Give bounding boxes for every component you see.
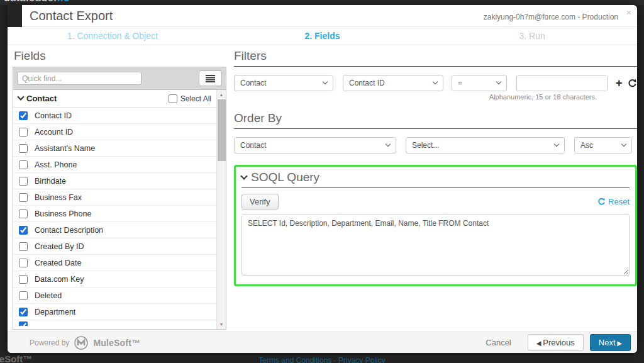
field-label: Asst. Phone (35, 160, 77, 169)
field-checkbox[interactable] (19, 259, 28, 267)
list-item[interactable]: Created By ID (13, 238, 216, 255)
filter-operator-select[interactable]: = (452, 75, 507, 91)
order-by-row: Contact Select... Asc (234, 137, 637, 154)
powered-by: Powered by MuleSoft™ (30, 335, 140, 350)
select-all-checkbox[interactable] (169, 94, 177, 103)
order-by-object-select[interactable]: Contact (234, 137, 396, 154)
chevron-down-icon (554, 142, 559, 147)
select-all-control[interactable]: Select All (169, 94, 211, 103)
order-by-field-select[interactable]: Select... (406, 137, 565, 154)
object-name[interactable]: Contact (18, 94, 57, 103)
field-label: Department (35, 308, 75, 316)
add-filter-button[interactable]: + (616, 77, 623, 89)
page-title: Contact Export (30, 9, 113, 23)
field-label: Birthdate (35, 177, 66, 186)
fields-list: Contact Select All Contact IDAccount IDA… (13, 90, 226, 329)
verify-button[interactable]: Verify (242, 194, 279, 209)
mulesoft-logo-icon (74, 335, 89, 350)
list-item[interactable]: Business Phone (13, 206, 216, 222)
field-checkbox[interactable] (19, 242, 28, 251)
object-header-row: Contact Select All (13, 90, 216, 108)
filter-object-select[interactable]: Contact (234, 75, 333, 91)
mulesoft-brand: MuleSoft™ (93, 338, 140, 348)
list-item[interactable]: Deleted (13, 288, 216, 304)
close-icon[interactable]: × (626, 8, 631, 18)
list-item[interactable]: Asst. Phone (13, 157, 216, 173)
list-item[interactable]: Assistant's Name (13, 140, 216, 157)
arrow-left-icon: ◀ (536, 340, 543, 347)
field-checkbox[interactable] (19, 160, 28, 169)
field-label: Created By ID (35, 242, 84, 251)
filter-helper-text: Alphanumeric, 15 or 18 characters. (234, 93, 637, 101)
list-item[interactable]: Data.com Key (13, 271, 216, 288)
fields-scrollbar[interactable]: ▲ ▼ (216, 90, 226, 329)
order-by-title: Order By (234, 111, 637, 129)
account-label: zakiyung-0h7m@force.com - Production (484, 13, 618, 21)
fields-list-rows: Contact IDAccount IDAssistant's NameAsst… (13, 108, 216, 326)
field-checkbox[interactable] (19, 291, 28, 300)
list-view-button[interactable] (199, 70, 222, 86)
chevron-down-icon (433, 79, 438, 84)
filter-row: Contact Contact ID = + (234, 75, 637, 91)
dialog-body: Fields (8, 45, 637, 336)
list-item[interactable]: Business Fax (13, 189, 216, 206)
field-checkbox[interactable] (19, 144, 28, 153)
field-label: Deleted (35, 291, 62, 300)
field-label: Assistant's Name (35, 144, 95, 153)
previous-button[interactable]: ◀ Previous (528, 334, 584, 351)
chevron-down-icon (240, 172, 247, 179)
field-checkbox[interactable] (19, 177, 28, 186)
list-item[interactable]: Account ID (13, 124, 216, 140)
list-item[interactable]: Contact ID (13, 108, 216, 124)
scroll-up-icon[interactable]: ▲ (217, 91, 226, 99)
soql-query-section: SOQL Query Verify Reset SELECT Id, Descr… (234, 165, 637, 286)
arrow-right-icon: ▶ (616, 340, 622, 347)
field-label: Business Fax (35, 193, 82, 202)
soql-title: SOQL Query (251, 170, 319, 184)
field-label: Created Date (35, 259, 81, 267)
soql-query-textarea[interactable]: SELECT Id, Description, Department, Emai… (242, 215, 630, 276)
scroll-down-icon[interactable]: ▼ (217, 320, 226, 328)
wizard-steps: 1. Connection & Object 2. Fields 3. Run (8, 27, 637, 45)
step-fields[interactable]: 2. Fields (218, 31, 428, 41)
refresh-filters-icon[interactable] (628, 79, 637, 88)
list-item[interactable]: Contact Description (13, 222, 216, 238)
filter-value-input[interactable] (516, 75, 608, 91)
field-label: Contact Description (35, 226, 103, 235)
field-label: Data.com Key (35, 275, 84, 284)
field-checkbox[interactable] (19, 275, 28, 284)
fields-toolbar (13, 67, 226, 90)
field-checkbox[interactable] (19, 128, 28, 137)
field-label: Business Phone (35, 209, 91, 218)
query-panel: Filters Contact Contact ID = + Alphanume… (234, 49, 637, 286)
quick-find-input[interactable] (17, 72, 142, 85)
dataloader-logo: dataloader.io (4, 0, 70, 4)
step-connection-object[interactable]: 1. Connection & Object (8, 31, 218, 41)
field-checkbox[interactable] (19, 321, 28, 326)
field-label: Contact ID (35, 111, 72, 120)
reset-link[interactable]: Reset (597, 197, 630, 206)
background-navbar: dataloader.io (0, 0, 644, 5)
filter-field-select[interactable]: Contact ID (343, 75, 443, 91)
list-item[interactable]: Created Date (13, 255, 216, 271)
list-item[interactable]: Birthdate (13, 173, 216, 189)
field-checkbox[interactable] (19, 209, 28, 218)
order-by-direction-select[interactable]: Asc (574, 137, 632, 154)
list-item[interactable]: Department (13, 304, 216, 320)
refresh-icon (597, 198, 606, 206)
chevron-down-icon (323, 79, 328, 84)
cancel-button[interactable]: Cancel (486, 338, 511, 347)
fields-panel-title: Fields (14, 49, 225, 63)
field-checkbox[interactable] (19, 308, 28, 316)
field-checkbox[interactable] (19, 111, 28, 120)
next-button[interactable]: Next ▶ (590, 334, 631, 351)
field-checkbox[interactable] (19, 193, 28, 202)
corner-notch (8, 5, 22, 27)
contact-export-dialog: Contact Export zakiyung-0h7m@force.com -… (8, 5, 637, 353)
background-terms-links: Terms and Conditions - Privacy Policy (0, 356, 644, 363)
scrollbar-thumb[interactable] (218, 99, 226, 161)
soql-title-row[interactable]: SOQL Query (242, 170, 630, 188)
field-checkbox[interactable] (19, 226, 28, 235)
dialog-footer: Powered by MuleSoft™ Cancel ◀ Previous N… (8, 332, 637, 353)
list-item[interactable] (13, 320, 216, 326)
